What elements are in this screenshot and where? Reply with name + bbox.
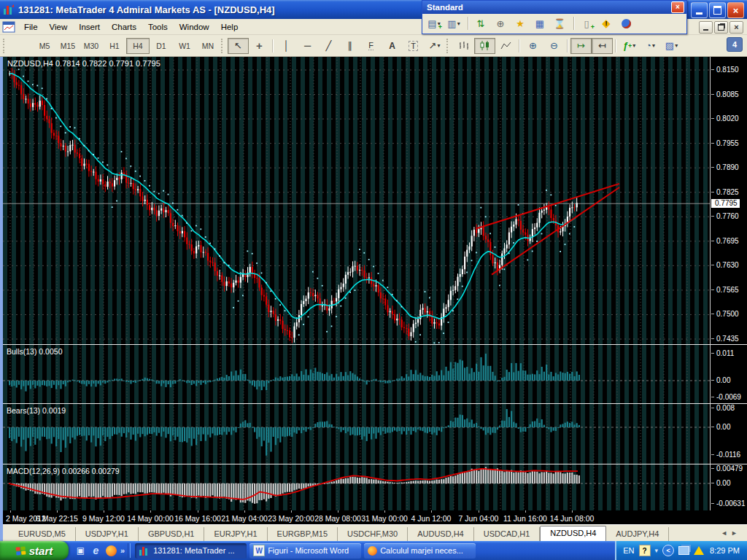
- scroll-right-icon[interactable]: ►: [731, 529, 741, 537]
- equidistant-channel-tool-button[interactable]: ∥: [339, 38, 360, 54]
- terminal-button[interactable]: ▦: [531, 16, 549, 31]
- menu-help[interactable]: Help: [215, 20, 244, 34]
- start-button[interactable]: start: [0, 541, 69, 560]
- periods-button[interactable]: ◔▾: [640, 38, 661, 54]
- menu-insert[interactable]: Insert: [73, 20, 106, 34]
- help-tray-icon[interactable]: ?: [639, 545, 651, 556]
- mdi-minimize-button[interactable]: [699, 21, 713, 34]
- comment-badge[interactable]: 4: [727, 37, 743, 52]
- strategy-tester-button[interactable]: ⌛: [551, 16, 568, 31]
- task-firefox[interactable]: Calculul marjei neces...: [364, 543, 476, 559]
- tab-eurjpy-h1[interactable]: EURJPY,H1: [204, 527, 267, 541]
- timeframe-d1-button[interactable]: D1: [150, 38, 173, 54]
- chart-shift-button[interactable]: ↤: [592, 38, 613, 54]
- fibonacci-tool-button[interactable]: F: [360, 38, 382, 54]
- market-watch-button[interactable]: ⇅: [472, 16, 489, 31]
- vertical-line-tool-button[interactable]: │: [276, 38, 297, 54]
- new-chart-button[interactable]: ▤+▾: [425, 16, 443, 31]
- arrows-tool-button[interactable]: ↗▾: [424, 38, 445, 54]
- toolbar-grip[interactable]: [446, 39, 450, 53]
- mdi-restore-button[interactable]: [714, 21, 728, 34]
- standard-toolbar-window[interactable]: Standard × ▤+▾ ▥▾ ⇅ ⊕ ★ ▦ ⌛ ▯+ ◆!: [422, 0, 687, 34]
- close-button[interactable]: ×: [727, 2, 744, 18]
- toolbar-grip[interactable]: [221, 39, 225, 53]
- menu-tools[interactable]: Tools: [142, 20, 174, 34]
- metaeditor-button[interactable]: [617, 16, 635, 31]
- show-desktop-icon[interactable]: ▣: [74, 545, 87, 557]
- chart-window-icon[interactable]: [2, 21, 15, 33]
- time-axis-label: 11 Jun 16:00: [503, 514, 547, 523]
- tab-usdcad-h1[interactable]: USDCAD,H1: [474, 527, 541, 541]
- tab-audjpy-h4[interactable]: AUDJPY,H4: [606, 527, 669, 541]
- tab-audusd-h4[interactable]: AUDUSD,H4: [408, 527, 474, 541]
- minimize-button[interactable]: [691, 2, 708, 18]
- language-bar-arrow-icon[interactable]: ▾: [655, 547, 659, 554]
- candlestick-chart-button[interactable]: [474, 38, 495, 54]
- warning-tray-icon[interactable]: [694, 546, 704, 555]
- tab-nzdusd-h4[interactable]: NZDUSD,H4: [540, 526, 606, 541]
- standard-toolbar-close-button[interactable]: ×: [671, 1, 684, 13]
- tab-usdjpy-h1[interactable]: USDJPY,H1: [76, 527, 139, 541]
- favorites-button[interactable]: ★: [511, 16, 529, 31]
- timeframe-m15-button[interactable]: M15: [56, 38, 80, 54]
- menu-charts[interactable]: Charts: [106, 20, 142, 34]
- bulls-power-histogram[interactable]: [3, 345, 710, 403]
- templates-button[interactable]: ▨▾: [661, 38, 682, 54]
- menu-view[interactable]: View: [44, 20, 74, 34]
- tab-gbpusd-h1[interactable]: GBPUSD,H1: [139, 527, 205, 541]
- scroll-left-icon[interactable]: ◄: [721, 529, 731, 537]
- bar-chart-button[interactable]: [453, 38, 474, 54]
- text-label-tool-button[interactable]: T: [403, 38, 424, 54]
- indicator-axis-label: -0.0069: [711, 394, 741, 401]
- network-tray-icon[interactable]: [678, 546, 689, 555]
- standard-toolbar-titlebar[interactable]: Standard ×: [422, 1, 686, 14]
- timeframe-m5-button[interactable]: M5: [33, 38, 56, 54]
- bears-power-panel[interactable]: Bears(13) 0.0019 0.0080.00-0.0116: [3, 403, 747, 464]
- navigator-button[interactable]: ⊕: [492, 16, 509, 31]
- crosshair-tool-button[interactable]: +: [249, 38, 270, 54]
- candlestick-chart[interactable]: [3, 57, 710, 344]
- internet-explorer-icon[interactable]: e: [90, 545, 102, 557]
- tab-usdchf-m30[interactable]: USDCHF,M30: [338, 527, 408, 541]
- task-word[interactable]: W Figuri - Microsoft Word: [249, 543, 361, 559]
- firefox-icon[interactable]: [105, 545, 117, 557]
- text-tool-button[interactable]: A: [382, 38, 403, 54]
- timeframe-m30-button[interactable]: M30: [80, 38, 103, 54]
- cursor-tool-button[interactable]: ↖: [228, 38, 249, 54]
- tab-eurgbp-m15[interactable]: EURGBP,M15: [268, 527, 338, 541]
- timeframe-w1-button[interactable]: W1: [173, 38, 196, 54]
- expert-advisors-button[interactable]: ◆!: [597, 16, 615, 31]
- bar-chart-icon: [459, 41, 469, 50]
- price-axis-label: 0.7760: [711, 213, 739, 220]
- language-indicator[interactable]: EN: [623, 546, 634, 555]
- messenger-tray-icon[interactable]: <: [662, 545, 674, 556]
- timeframe-h1-button[interactable]: H1: [103, 38, 126, 54]
- maximize-button[interactable]: [709, 2, 726, 18]
- zoom-out-button[interactable]: ⊖: [543, 38, 565, 54]
- macd-panel[interactable]: MACD(12,26,9) 0.00266 0.00279 0.004790.0…: [3, 464, 747, 510]
- line-chart-button[interactable]: [495, 38, 516, 54]
- task-metatrader[interactable]: 131281: MetaTrader ...: [135, 543, 247, 559]
- indicator-axis-label: -0.00631: [711, 500, 745, 508]
- profiles-button[interactable]: ▥▾: [445, 16, 462, 31]
- indicators-button[interactable]: ƒ+▾: [619, 38, 640, 54]
- menu-window[interactable]: Window: [174, 20, 215, 34]
- time-tick: [291, 510, 292, 513]
- main-chart-panel[interactable]: NZDUSD,H4 0.7814 0.7822 0.7791 0.7795 0.…: [3, 57, 747, 344]
- trendline-tool-button[interactable]: ╱: [318, 38, 339, 54]
- mdi-close-button[interactable]: ×: [729, 21, 743, 34]
- tab-eurusd-m5[interactable]: EURUSD,M5: [9, 527, 76, 541]
- tab-scroll-arrows[interactable]: ◄►: [721, 529, 741, 537]
- bulls-power-panel[interactable]: Bulls(13) 0.0050 0.0110.00-0.0069: [3, 344, 747, 403]
- zoom-in-button[interactable]: ⊕: [522, 38, 543, 54]
- quick-launch-chevron-icon[interactable]: »: [120, 546, 125, 555]
- horizontal-line-tool-button[interactable]: ─: [297, 38, 318, 54]
- menu-file[interactable]: File: [18, 20, 44, 34]
- timeframe-m1-button[interactable]: [9, 38, 33, 54]
- timeframe-mn-button[interactable]: MN: [196, 38, 220, 54]
- new-order-button[interactable]: ▯+: [578, 16, 595, 31]
- toolbar-grip[interactable]: [3, 39, 7, 53]
- auto-scroll-button[interactable]: ↦: [570, 38, 592, 54]
- bears-power-histogram[interactable]: [3, 404, 710, 464]
- timeframe-h4-button[interactable]: H4: [126, 38, 150, 54]
